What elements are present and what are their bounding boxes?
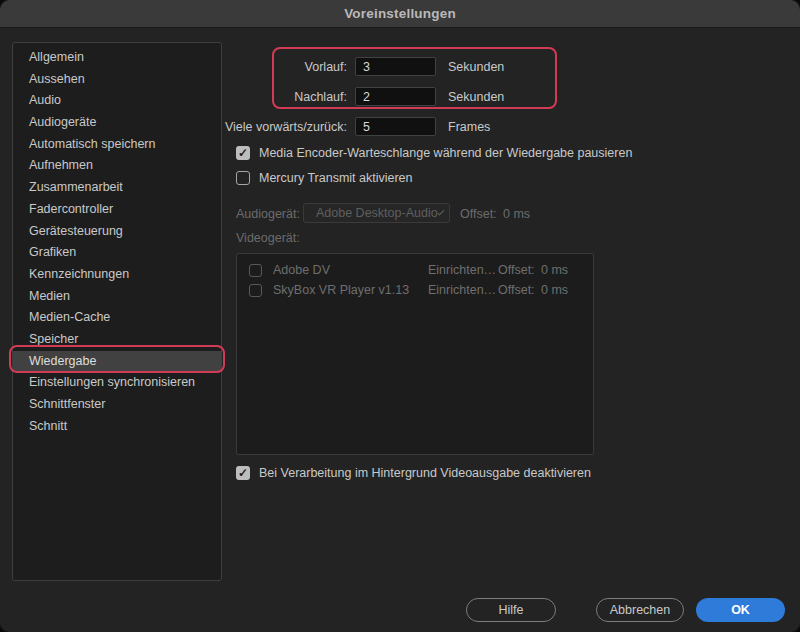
sidebar-item-kennzeichnungen[interactable]: Kennzeichnungen: [13, 264, 221, 286]
audio-device-value: Adobe Desktop-Audio: [316, 206, 438, 220]
postroll-unit: Sekunden: [448, 90, 504, 104]
audio-device-label: Audiogerät:: [236, 207, 300, 221]
checkmark-icon: ✓: [238, 467, 248, 479]
device-checkbox-skybox: [249, 284, 262, 297]
step-many-input[interactable]: [355, 117, 436, 136]
device-name: SkyBox VR Player v1.13: [273, 283, 409, 297]
sidebar-item-wiedergabe[interactable]: Wiedergabe: [13, 351, 221, 373]
device-name: Adobe DV: [273, 263, 330, 277]
device-offset-value: 0 ms: [541, 263, 568, 277]
cancel-button[interactable]: Abbrechen: [596, 598, 684, 622]
sidebar-item-medien[interactable]: Medien: [13, 286, 221, 308]
step-many-label: Viele vorwärts/zurück:: [225, 120, 347, 134]
device-offset-value: 0 ms: [541, 283, 568, 297]
mercury-transmit-checkbox[interactable]: [236, 171, 250, 185]
audio-device-dropdown: Adobe Desktop-Audio: [303, 203, 450, 223]
sidebar-item-fadercontroller[interactable]: Fadercontroller: [13, 199, 221, 221]
postroll-label: Nachlauf:: [294, 90, 347, 104]
checkmark-icon: ✓: [238, 147, 248, 159]
audio-offset-label: Offset:: [460, 207, 497, 221]
sidebar-item-schnitt[interactable]: Schnitt: [13, 416, 221, 438]
video-device-label: Videogerät:: [236, 231, 300, 245]
audio-offset-value: 0 ms: [503, 207, 530, 221]
preferences-category-list: Allgemein Aussehen Audio Audiogeräte Aut…: [12, 42, 222, 581]
postroll-input[interactable]: [355, 87, 436, 106]
device-row-adobe-dv: Adobe DV Einrichten… Offset: 0 ms: [237, 262, 593, 280]
sidebar-item-einstellungen-synchronisieren[interactable]: Einstellungen synchronisieren: [13, 372, 221, 394]
sidebar-item-medien-cache[interactable]: Medien-Cache: [13, 307, 221, 329]
ok-button[interactable]: OK: [696, 598, 785, 622]
sidebar-item-audio[interactable]: Audio: [13, 90, 221, 112]
mercury-transmit-row: Mercury Transmit aktivieren: [236, 170, 413, 186]
background-disable-row: ✓ Bei Verarbeitung im Hintergrund Videoa…: [236, 465, 591, 481]
sidebar-item-automatisch-speichern[interactable]: Automatisch speichern: [13, 134, 221, 156]
chevron-down-icon: [437, 208, 444, 215]
help-button[interactable]: Hilfe: [466, 598, 556, 622]
pause-queue-label: Media Encoder-Warteschlange während der …: [259, 146, 632, 160]
preroll-label: Vorlauf:: [305, 60, 347, 74]
dialog-title: Voreinstellungen: [344, 6, 456, 21]
device-setup-button: Einrichten…: [428, 283, 496, 297]
video-device-list: Adobe DV Einrichten… Offset: 0 ms SkyBox…: [236, 253, 594, 455]
pause-queue-row: ✓ Media Encoder-Warteschlange während de…: [236, 145, 632, 161]
device-offset-label: Offset:: [498, 283, 535, 297]
preroll-input[interactable]: [355, 57, 436, 76]
device-checkbox-adobe-dv: [249, 264, 262, 277]
device-setup-button: Einrichten…: [428, 263, 496, 277]
sidebar-item-speicher[interactable]: Speicher: [13, 329, 221, 351]
device-row-skybox: SkyBox VR Player v1.13 Einrichten… Offse…: [237, 282, 593, 300]
sidebar-item-audiogeraete[interactable]: Audiogeräte: [13, 112, 221, 134]
preferences-dialog: Voreinstellungen Allgemein Aussehen Audi…: [0, 0, 800, 632]
background-disable-checkbox[interactable]: ✓: [236, 466, 250, 480]
titlebar: Voreinstellungen: [0, 0, 800, 28]
preroll-unit: Sekunden: [448, 60, 504, 74]
sidebar-item-allgemein[interactable]: Allgemein: [13, 47, 221, 69]
sidebar-item-schnittfenster[interactable]: Schnittfenster: [13, 394, 221, 416]
sidebar-item-aussehen[interactable]: Aussehen: [13, 69, 221, 91]
sidebar-item-aufnehmen[interactable]: Aufnehmen: [13, 155, 221, 177]
pause-queue-checkbox[interactable]: ✓: [236, 146, 250, 160]
sidebar-item-grafiken[interactable]: Grafiken: [13, 242, 221, 264]
device-offset-label: Offset:: [498, 263, 535, 277]
step-many-unit: Frames: [448, 120, 490, 134]
sidebar-item-geraetesteuerung[interactable]: Gerätesteuerung: [13, 221, 221, 243]
sidebar-item-zusammenarbeit[interactable]: Zusammenarbeit: [13, 177, 221, 199]
background-disable-label: Bei Verarbeitung im Hintergrund Videoaus…: [259, 466, 591, 480]
mercury-transmit-label: Mercury Transmit aktivieren: [259, 171, 413, 185]
